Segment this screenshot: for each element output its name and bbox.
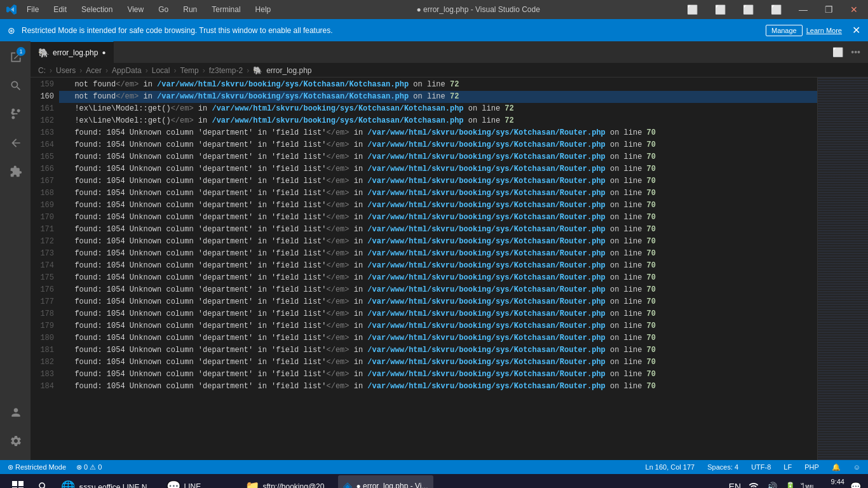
split-icon[interactable]: ⬜ <box>711 3 729 16</box>
menu-edit[interactable]: Edit <box>51 5 69 14</box>
taskbar-app-vscode[interactable]: ◈ ● error_log.php - Vi... <box>338 475 433 488</box>
line-ending-status[interactable]: LF <box>781 463 794 471</box>
notifications-taskbar-icon[interactable]: 💬 <box>848 480 863 488</box>
status-left: ⊛ Restricted Mode ⊗ 0 ⚠ 0 <box>5 463 104 471</box>
code-line-169: found: 1054 Unknown column 'department' … <box>59 200 817 212</box>
menu-terminal[interactable]: Terminal <box>209 5 243 14</box>
menu-help[interactable]: Help <box>253 5 274 14</box>
menu-view[interactable]: View <box>125 5 146 14</box>
taskbar-app-sftp[interactable]: 📁 sftp://booking@20... <box>240 475 336 488</box>
start-button[interactable] <box>5 474 31 488</box>
more-icon[interactable]: ⬜ <box>767 3 785 16</box>
taskbar-clock[interactable]: 9:44 2/7/2566 <box>817 477 844 488</box>
code-line-166: found: 1054 Unknown column 'department' … <box>59 163 817 175</box>
language-label: PHP <box>804 463 819 471</box>
tabs-bar: 🐘 error_log.php ● ⬜ ••• <box>31 41 868 64</box>
split-editor-icon[interactable]: ⬜ <box>830 46 846 58</box>
panel-icon[interactable]: ⬜ <box>739 3 757 16</box>
layout-icon[interactable]: ⬜ <box>683 3 702 16</box>
feedback-icon[interactable]: ☺ <box>851 463 863 471</box>
activity-bar-account[interactable] <box>3 400 28 425</box>
breadcrumb-appdata[interactable]: AppData <box>112 66 142 75</box>
breadcrumb-users[interactable]: Users <box>56 66 76 75</box>
taskbar: 🌐 ธรรม eoffice LINE N... 💬 LINE 📁 sftp:/… <box>0 474 868 488</box>
code-line-167: found: 1054 Unknown column 'department' … <box>59 175 817 187</box>
vscode-taskbar-icon: ◈ <box>343 479 352 488</box>
restricted-mode-status[interactable]: ⊛ Restricted Mode <box>5 463 69 471</box>
breadcrumb-temp[interactable]: Temp <box>180 66 198 75</box>
windows-logo <box>12 481 24 488</box>
menu-selection[interactable]: Selection <box>79 5 115 14</box>
manage-button[interactable]: Manage <box>766 25 803 36</box>
main-layout: 1 🐘 error_log.php ● <box>0 41 868 460</box>
code-line-172: found: 1054 Unknown column 'department' … <box>59 236 817 248</box>
editor-content[interactable]: 1591601611621631641651661671681691701711… <box>31 78 868 460</box>
errors-status[interactable]: ⊗ 0 ⚠ 0 <box>74 463 104 471</box>
code-line-181: found: 1054 Unknown column 'department' … <box>59 344 817 356</box>
learn-more-button[interactable]: Learn More <box>806 27 842 34</box>
restricted-mode-label: Restricted Mode <box>15 463 66 471</box>
taskbar-search-button[interactable] <box>33 477 53 488</box>
title-bar: File Edit Selection View Go Run Terminal… <box>0 0 868 19</box>
vscode-logo-icon <box>6 4 17 15</box>
close-button[interactable]: ✕ <box>846 3 862 16</box>
language-status[interactable]: PHP <box>802 463 822 471</box>
maximize-button[interactable]: ❐ <box>821 3 837 16</box>
breadcrumb-php-icon: 🐘 <box>253 66 262 75</box>
language-bar-icon[interactable]: EN <box>727 480 743 488</box>
code-line-174: found: 1054 Unknown column 'department' … <box>59 260 817 272</box>
volume-icon[interactable]: 🔊 <box>764 480 779 488</box>
taskbar-app-line[interactable]: 💬 LINE <box>161 475 238 488</box>
status-right: Ln 160, Col 177 Spaces: 4 UTF-8 LF PHP 🔔… <box>643 463 863 471</box>
menu-run[interactable]: Run <box>180 5 200 14</box>
menu-file[interactable]: File <box>24 5 41 14</box>
menu-go[interactable]: Go <box>156 5 171 14</box>
activity-bar: 1 <box>0 41 31 460</box>
minimize-button[interactable]: — <box>795 3 811 16</box>
cursor-position[interactable]: Ln 160, Col 177 <box>643 463 698 471</box>
thai-lang[interactable]: ไทย <box>801 481 813 488</box>
code-line-162: !ex\Line\Model::get()</em> in /var/www/h… <box>59 115 817 127</box>
warning-count: 0 <box>98 463 102 471</box>
taskbar-app-eoffice[interactable]: 🌐 ธรรม eoffice LINE N... <box>56 475 159 488</box>
error-icon: ⊗ <box>76 463 82 471</box>
activity-bar-run[interactable] <box>3 130 28 156</box>
code-line-180: found: 1054 Unknown column 'department' … <box>59 332 817 344</box>
line-numbers: 1591601611621631641651661671681691701711… <box>31 78 59 460</box>
notifications-icon[interactable]: 🔔 <box>829 463 843 471</box>
code-line-170: found: 1054 Unknown column 'department' … <box>59 212 817 224</box>
code-line-161: !ex\Line\Model::get()</em> in /var/www/h… <box>59 103 817 115</box>
indent-label: Spaces: 4 <box>707 463 738 471</box>
more-actions-icon[interactable]: ••• <box>848 46 863 58</box>
banner-close-button[interactable]: ✕ <box>852 24 860 36</box>
minimap <box>817 78 868 460</box>
code-line-171: found: 1054 Unknown column 'department' … <box>59 224 817 236</box>
network-icon[interactable] <box>747 479 761 489</box>
battery-icon[interactable]: 🔋 <box>783 480 797 488</box>
sftp-label: sftp://booking@20... <box>263 482 331 488</box>
code-editor[interactable]: not found</em> in /var/www/html/skvru/bo… <box>59 78 817 460</box>
code-line-182: found: 1054 Unknown column 'department' … <box>59 356 817 369</box>
active-tab[interactable]: 🐘 error_log.php ● <box>31 41 114 63</box>
editor-area: 🐘 error_log.php ● ⬜ ••• C: › Users › Ace… <box>31 41 868 460</box>
activity-bar-source-control[interactable] <box>3 102 28 127</box>
shield-icon: ⊛ <box>8 25 15 36</box>
menu-bar: File Edit Selection View Go Run Terminal… <box>24 5 273 14</box>
restricted-banner: ⊛ Restricted Mode is intended for safe c… <box>0 19 868 41</box>
activity-bar-extensions[interactable] <box>3 159 28 184</box>
code-line-177: found: 1054 Unknown column 'department' … <box>59 296 817 308</box>
breadcrumb-acer[interactable]: Acer <box>86 66 102 75</box>
banner-text: Restricted Mode is intended for safe cod… <box>22 26 762 35</box>
activity-bar-search[interactable] <box>3 73 28 98</box>
breadcrumb-fz3temp[interactable]: fz3temp-2 <box>209 66 243 75</box>
indent-status[interactable]: Spaces: 4 <box>705 463 741 471</box>
encoding-status[interactable]: UTF-8 <box>749 463 773 471</box>
code-line-178: found: 1054 Unknown column 'department' … <box>59 308 817 320</box>
breadcrumb-drive[interactable]: C: <box>38 66 46 75</box>
breadcrumb-local[interactable]: Local <box>152 66 170 75</box>
activity-bar-settings[interactable] <box>3 428 28 454</box>
line-label: LINE <box>184 482 201 488</box>
breadcrumb-file[interactable]: error_log.php <box>266 66 311 75</box>
line-ending-label: LF <box>783 463 792 471</box>
activity-bar-explorer[interactable]: 1 <box>3 44 28 70</box>
